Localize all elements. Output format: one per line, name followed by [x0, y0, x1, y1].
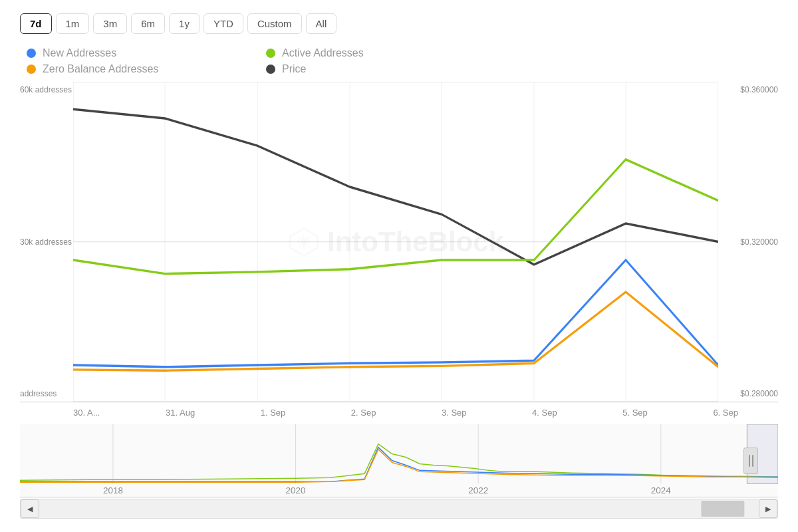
- y-label-320: $0.320000: [718, 237, 778, 247]
- time-btn-7d[interactable]: 7d: [20, 13, 52, 34]
- x-label-5: 4. Sep: [532, 408, 557, 418]
- y-label-60k: 60k addresses: [20, 85, 73, 94]
- app-container: 7d 1m 3m 6m 1y YTD Custom All New Addres…: [0, 0, 798, 532]
- time-controls: 7d 1m 3m 6m 1y YTD Custom All: [20, 13, 778, 34]
- scrollbar-area: ◀ ▶: [20, 499, 778, 519]
- legend-dot-active-addresses: [266, 49, 275, 58]
- scroll-left-button[interactable]: ◀: [21, 499, 39, 518]
- x-label-4: 3. Sep: [442, 408, 467, 418]
- x-axis: 30. A... 31. Aug 1. Sep 2. Sep 3. Sep 4.…: [20, 402, 778, 423]
- svg-rect-27: [701, 501, 744, 517]
- scroll-right-button[interactable]: ▶: [759, 499, 777, 518]
- resize-line-2: [752, 455, 753, 467]
- y-axis-right: $0.360000 $0.320000 $0.280000: [718, 82, 778, 402]
- x-label-2: 1. Sep: [261, 408, 286, 418]
- time-btn-custom[interactable]: Custom: [247, 13, 302, 34]
- svg-text:2024: 2024: [651, 485, 671, 495]
- legend-label-zero-balance: Zero Balance Addresses: [43, 63, 158, 75]
- legend-active-addresses: Active Addresses: [266, 47, 485, 59]
- y-label-0: addresses: [20, 389, 73, 398]
- legend-price: Price: [266, 63, 485, 75]
- scroll-track[interactable]: [39, 499, 759, 518]
- svg-text:2018: 2018: [103, 485, 123, 495]
- x-label-3: 2. Sep: [351, 408, 376, 418]
- mini-chart-svg: 2018 2020 2022 2024: [20, 424, 778, 497]
- legend-new-addresses: New Addresses: [27, 47, 246, 59]
- x-label-1: 31. Aug: [166, 408, 195, 418]
- legend-label-active-addresses: Active Addresses: [282, 47, 364, 59]
- y-label-30k: 30k addresses: [20, 237, 73, 247]
- y-label-280: $0.280000: [718, 389, 778, 398]
- legend-dot-price: [266, 65, 275, 74]
- svg-text:2022: 2022: [468, 485, 488, 495]
- x-label-0: 30. A...: [73, 408, 100, 418]
- time-btn-3m[interactable]: 3m: [93, 13, 127, 34]
- y-label-360: $0.360000: [718, 85, 778, 94]
- svg-text:2020: 2020: [286, 485, 306, 495]
- time-btn-ytd[interactable]: YTD: [203, 13, 243, 34]
- mini-chart-container: 2018 2020 2022 2024: [20, 424, 778, 497]
- resize-line-1: [749, 455, 750, 467]
- y-axis-left: 60k addresses 30k addresses addresses: [20, 82, 73, 402]
- x-label-7: 6. Sep: [713, 408, 738, 418]
- main-chart-area: 60k addresses 30k addresses addresses $0…: [20, 82, 778, 402]
- legend-label-price: Price: [282, 63, 306, 75]
- chart-inner: IntoTheBlock: [73, 82, 718, 402]
- time-btn-all[interactable]: All: [306, 13, 337, 34]
- legend-dot-zero-balance: [27, 65, 36, 74]
- legend-label-new-addresses: New Addresses: [43, 47, 116, 59]
- main-chart-svg: [73, 82, 718, 402]
- time-btn-6m[interactable]: 6m: [131, 13, 165, 34]
- legend-zero-balance: Zero Balance Addresses: [27, 63, 246, 75]
- time-btn-1m[interactable]: 1m: [56, 13, 90, 34]
- scroll-track-svg: [39, 499, 759, 518]
- chart-legend: New Addresses Active Addresses Zero Bala…: [20, 47, 485, 75]
- chart-wrapper: 60k addresses 30k addresses addresses $0…: [20, 82, 778, 519]
- legend-dot-new-addresses: [27, 49, 36, 58]
- svg-rect-26: [39, 499, 759, 518]
- x-label-6: 5. Sep: [622, 408, 648, 418]
- resize-handle[interactable]: [743, 448, 758, 474]
- time-btn-1y[interactable]: 1y: [169, 13, 200, 34]
